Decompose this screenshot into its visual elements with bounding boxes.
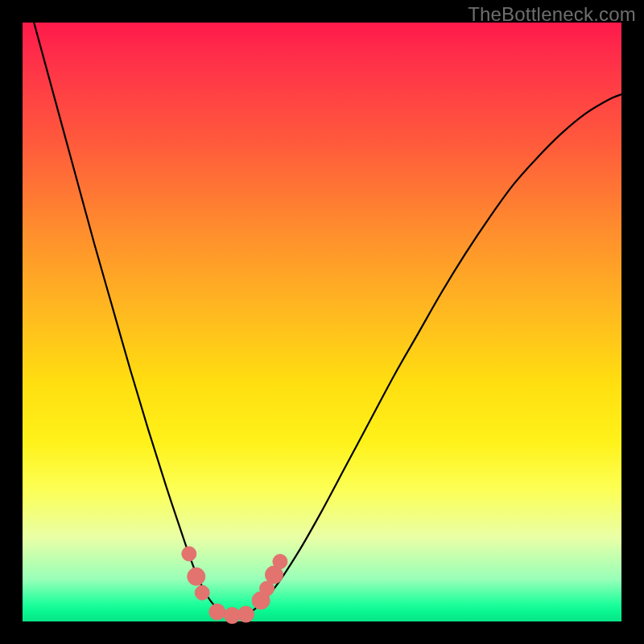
curve-layer	[23, 0, 622, 616]
chart-svg	[23, 23, 621, 621]
watermark-text: TheBottleneck.com	[468, 3, 636, 26]
curve-marker	[188, 568, 205, 585]
chart-frame: TheBottleneck.com	[0, 0, 644, 644]
curve-marker	[238, 606, 254, 622]
curve-marker	[209, 604, 225, 620]
curve-marker	[195, 585, 209, 600]
curve-marker	[273, 555, 287, 569]
curve-marker	[182, 547, 196, 561]
bottleneck-curve	[23, 0, 622, 616]
marker-layer	[182, 547, 287, 624]
chart-plot-area	[23, 23, 621, 621]
